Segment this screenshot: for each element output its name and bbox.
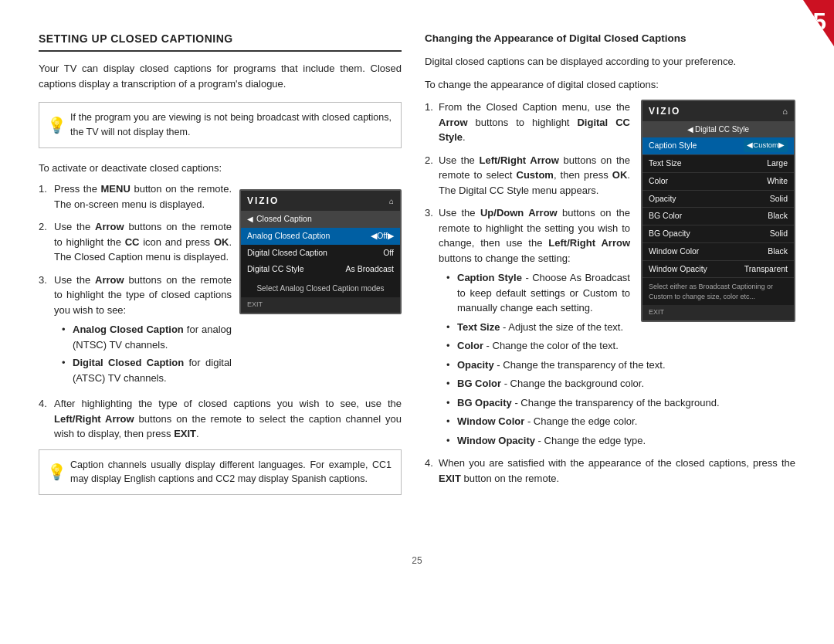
right-step-3: 3. Use the Up/Down Arrow buttons on the … bbox=[425, 205, 795, 448]
tv-menu-analog: Analog Closed Caption ◀Off▶ bbox=[241, 228, 400, 245]
right-column: Changing the Appearance of Digital Close… bbox=[425, 31, 795, 507]
right-intro-2: To change the appearance of digital clos… bbox=[425, 77, 795, 93]
bulb-icon-1: 💡 bbox=[47, 114, 66, 137]
tv-home-icon-left: ⌂ bbox=[389, 195, 394, 207]
tv-menu-digital: Digital Closed Caption Off bbox=[241, 245, 400, 262]
page-footer: 25 bbox=[0, 554, 834, 580]
right-step-2: 2. Use the Left/Right Arrow buttons on t… bbox=[425, 153, 795, 198]
right-step-num-4: 4. bbox=[425, 456, 433, 471]
right-bullet-color: Color - Change the color of the text. bbox=[446, 338, 795, 354]
right-bullet-opacity: Opacity - Change the transparency of the… bbox=[446, 358, 795, 373]
right-bullet-text-size: Text Size - Adjust the size of the text. bbox=[446, 320, 795, 335]
tv-analog-label: Analog Closed Caption bbox=[247, 230, 330, 242]
arrow-bold-3: Arrow bbox=[95, 274, 124, 286]
tv-style-label: Digital CC Style bbox=[247, 263, 304, 276]
right-bullet-bg-color: BG Color - Change the background color. bbox=[446, 376, 795, 391]
cc-bold: CC bbox=[125, 236, 140, 248]
right-step-4: 4. When you are satisfied with the appea… bbox=[425, 456, 795, 486]
activate-label: To activate or deactivate closed caption… bbox=[39, 161, 402, 176]
left-step-4: 4. After highlighting the type of closed… bbox=[39, 396, 402, 442]
tv-exit-left: EXIT bbox=[241, 297, 400, 313]
type-bullets: Analog Closed Caption for analog (NTSC) … bbox=[62, 322, 232, 385]
tv-caption-left: Select Analog Closed Caption modes bbox=[241, 278, 400, 297]
left-steps-list: 1. Press the MENU button on the remote. … bbox=[39, 181, 232, 385]
section-title: SETTING UP CLOSED CAPTIONING bbox=[39, 31, 402, 52]
step-num-4: 4. bbox=[39, 396, 47, 412]
right-step-num-1: 1. bbox=[425, 100, 433, 115]
right-bullet-window-color: Window Color - Change the edge color. bbox=[446, 414, 795, 429]
tv-header-left: VIZIO ⌂ bbox=[241, 191, 400, 211]
right-bullet-bg-opacity: BG Opacity - Change the transparency of … bbox=[446, 395, 795, 411]
left-column: SETTING UP CLOSED CAPTIONING Your TV can… bbox=[39, 31, 402, 507]
arrow-bold-2: Arrow bbox=[95, 221, 124, 232]
tv-analog-value: ◀Off▶ bbox=[371, 230, 394, 242]
tv-nav-label-left: Closed Caption bbox=[256, 213, 312, 225]
left-step-1: 1. Press the MENU button on the remote. … bbox=[39, 181, 232, 212]
bullet-analog: Analog Closed Caption for analog (NTSC) … bbox=[62, 322, 232, 352]
tv-digital-value: Off bbox=[383, 247, 394, 259]
right-step-1: 1. From the Closed Caption menu, use the… bbox=[425, 100, 795, 145]
bulb-icon-2: 💡 bbox=[47, 460, 66, 483]
right-bullets: Caption Style - Choose As Broadcast to k… bbox=[446, 270, 795, 448]
right-intro-1: Digital closed captions can be displayed… bbox=[425, 54, 795, 69]
tv-digital-label: Digital Closed Caption bbox=[247, 247, 327, 259]
ok-bold-2: OK bbox=[214, 236, 229, 248]
step-num-3: 3. bbox=[39, 273, 47, 288]
tv-arrow-left: ◀ bbox=[247, 213, 253, 225]
left-step-3: 3. Use the Arrow buttons on the remote t… bbox=[39, 273, 232, 386]
bullet-digital: Digital Closed Caption for digital (ATSC… bbox=[62, 355, 232, 385]
note-text-1: If the program you are viewing is not be… bbox=[70, 112, 392, 137]
right-steps-list: 1. From the Closed Caption menu, use the… bbox=[425, 100, 795, 486]
tv-style-value: As Broadcast bbox=[346, 263, 394, 276]
right-bullet-window-opacity: Window Opacity - Change the edge type. bbox=[446, 433, 795, 449]
right-section-title: Changing the Appearance of Digital Close… bbox=[425, 31, 795, 46]
right-step-num-2: 2. bbox=[425, 153, 433, 168]
left-step-2: 2. Use the Arrow buttons on the remote t… bbox=[39, 219, 232, 265]
tv-nav-bar-left: ◀ Closed Caption bbox=[241, 211, 400, 228]
tv-logo-left: VIZIO bbox=[247, 194, 279, 208]
note-text-2: Caption channels usually display differe… bbox=[70, 459, 392, 485]
right-bullet-caption-style: Caption Style - Choose As Broadcast to k… bbox=[446, 270, 795, 316]
intro-text: Your TV can display closed captions for … bbox=[39, 61, 402, 91]
step-num-1: 1. bbox=[39, 181, 47, 197]
menu-bold: MENU bbox=[101, 183, 131, 195]
note-box-2: 💡 Caption channels usually display diffe… bbox=[39, 449, 402, 496]
step4-list: 4. After highlighting the type of closed… bbox=[39, 396, 402, 442]
right-step-num-3: 3. bbox=[425, 205, 433, 221]
step-num-2: 2. bbox=[39, 219, 47, 235]
tv-menu-style: Digital CC Style As Broadcast bbox=[241, 261, 400, 278]
tv-screenshot-left: VIZIO ⌂ ◀ Closed Caption Analog Closed C… bbox=[239, 189, 402, 314]
page-footer-number: 25 bbox=[412, 555, 422, 566]
note-box-1: 💡 If the program you are viewing is not … bbox=[39, 102, 402, 148]
